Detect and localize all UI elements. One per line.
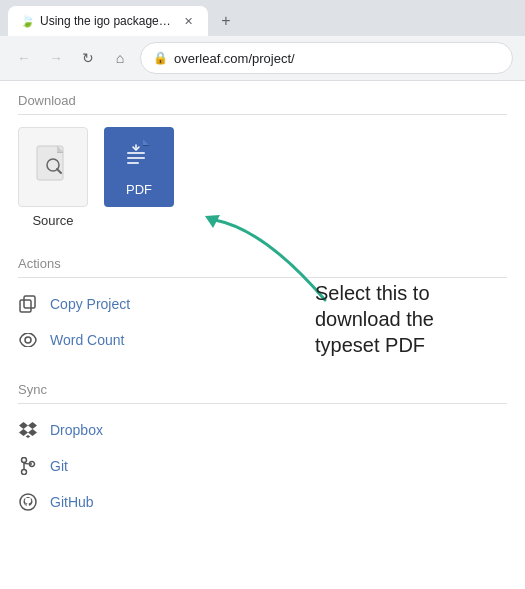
git-icon: [18, 456, 38, 476]
tab-bar: 🍃 Using the igo package on Overle... ✕ +: [0, 0, 525, 36]
copy-project-label: Copy Project: [50, 296, 130, 312]
svg-marker-15: [19, 422, 28, 429]
address-bar: ← → ↻ ⌂ 🔒 overleaf.com/project/: [0, 36, 525, 80]
word-count-label: Word Count: [50, 332, 124, 348]
github-item[interactable]: GitHub: [0, 484, 525, 520]
svg-marker-19: [26, 435, 31, 438]
download-section-label: Download: [0, 81, 525, 114]
svg-point-21: [22, 470, 27, 475]
browser-chrome: 🍃 Using the igo package on Overle... ✕ +…: [0, 0, 525, 81]
source-icon-box: [18, 127, 88, 207]
tab-favicon: 🍃: [20, 14, 34, 28]
sync-section-label: Sync: [0, 370, 525, 403]
back-button[interactable]: ←: [12, 46, 36, 70]
svg-marker-16: [28, 422, 37, 429]
copy-project-icon: [18, 294, 38, 314]
pdf-label: PDF: [126, 182, 152, 197]
word-count-item[interactable]: Word Count: [0, 322, 525, 358]
download-items: Source PDF: [0, 115, 525, 244]
svg-marker-17: [19, 429, 28, 436]
copy-project-item[interactable]: Copy Project: [0, 286, 525, 322]
svg-point-24: [20, 494, 36, 510]
source-file-svg: [35, 145, 71, 189]
git-item[interactable]: Git: [0, 448, 525, 484]
svg-marker-18: [28, 429, 37, 436]
panel: Download Source: [0, 81, 525, 532]
url-text: overleaf.com/project/: [174, 51, 295, 66]
svg-point-20: [22, 458, 27, 463]
tab-title: Using the igo package on Overle...: [40, 14, 174, 28]
git-label: Git: [50, 458, 68, 474]
active-tab[interactable]: 🍃 Using the igo package on Overle... ✕: [8, 6, 208, 36]
new-tab-button[interactable]: +: [212, 7, 240, 35]
pdf-download-item[interactable]: PDF: [104, 127, 174, 207]
source-label: Source: [32, 213, 73, 228]
action-items: Copy Project Word Count: [0, 278, 525, 370]
github-icon: [18, 492, 38, 512]
pdf-icon-box: PDF: [104, 127, 174, 207]
sync-items: Dropbox Git: [0, 404, 525, 532]
tab-close-button[interactable]: ✕: [180, 13, 196, 29]
word-count-icon: [18, 330, 38, 350]
dropbox-label: Dropbox: [50, 422, 103, 438]
dropbox-icon: [18, 420, 38, 440]
dropbox-item[interactable]: Dropbox: [0, 412, 525, 448]
forward-button[interactable]: →: [44, 46, 68, 70]
github-label: GitHub: [50, 494, 94, 510]
home-button[interactable]: ⌂: [108, 46, 132, 70]
pdf-file-svg: [121, 138, 157, 182]
svg-rect-12: [20, 300, 31, 312]
lock-icon: 🔒: [153, 51, 168, 65]
refresh-button[interactable]: ↻: [76, 46, 100, 70]
svg-rect-13: [24, 296, 35, 308]
url-bar[interactable]: 🔒 overleaf.com/project/: [140, 42, 513, 74]
actions-section-label: Actions: [0, 244, 525, 277]
source-download-item[interactable]: Source: [18, 127, 88, 228]
svg-point-14: [25, 337, 31, 343]
